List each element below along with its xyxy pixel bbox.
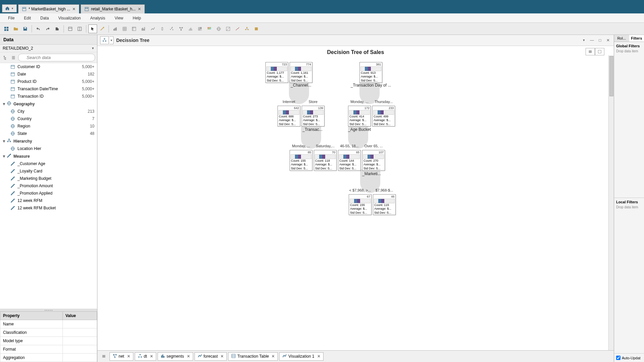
property-row[interactable]: Name	[0, 320, 97, 328]
data-item[interactable]: Region10	[0, 122, 97, 130]
vis-treemap-button[interactable]	[196, 24, 204, 33]
worksheet-tab[interactable]: net✕	[110, 352, 133, 361]
data-group[interactable]: ▼Hierarchy	[0, 137, 97, 145]
tree-node[interactable]: 172Count: 414Average: $...Std Dev: S...	[348, 106, 371, 126]
vis-corr-button[interactable]	[224, 24, 232, 33]
open-button[interactable]	[11, 24, 20, 33]
undo-button[interactable]	[34, 24, 43, 33]
data-item[interactable]: Date182	[0, 70, 97, 78]
local-filters-drop[interactable]: Drop data item	[616, 205, 642, 209]
pointer-button[interactable]	[88, 24, 97, 33]
tree-node[interactable]: 48Count: 115Average: $...Std Dev: S...	[373, 194, 396, 215]
worksheet-tab[interactable]: segments✕	[158, 352, 193, 361]
vis-network-button[interactable]	[177, 24, 185, 33]
redo-button[interactable]	[43, 24, 52, 33]
tree-node[interactable]: 85Count: 155Average: $...Std Dev: S...	[290, 150, 312, 171]
close-icon[interactable]: ✕	[138, 7, 141, 11]
tree-node[interactable]: 233Count: 499Average: $...Std Dev: S...	[372, 106, 395, 126]
window-tab[interactable]: retail_Marke tBasket_h...✕	[81, 4, 145, 13]
property-value[interactable]	[62, 337, 97, 345]
decision-tree[interactable]: 723Count: 1,177Average: $...Std Dev: S..…	[97, 59, 614, 267]
tree-node[interactable]: 723Count: 1,177Average: $...Std Dev: S..…	[265, 62, 288, 83]
vis-histogram-button[interactable]	[186, 24, 195, 33]
minimize-button[interactable]: —	[589, 37, 595, 43]
tree-node[interactable]: 67Count: 155Average: $...Std Dev: S...	[349, 194, 372, 215]
data-item[interactable]: Location Hier	[0, 145, 97, 152]
data-item[interactable]: _Marketing Budget	[0, 175, 97, 182]
data-list-button[interactable]	[10, 54, 17, 61]
data-source-selector[interactable]: RETAILDEMO_2 ▼	[0, 45, 97, 52]
data-tree-button[interactable]	[2, 54, 9, 61]
close-button[interactable]: ✕	[605, 37, 611, 43]
canvas-menu-button[interactable]: ▼	[581, 37, 587, 43]
property-value[interactable]	[62, 354, 97, 362]
data-item[interactable]: 12 week RFM Bucket	[0, 204, 97, 212]
vis-crosstab-button[interactable]	[130, 24, 138, 33]
tree-node[interactable]: 774Count: 1,161Average: $...Std Dev: S..…	[290, 62, 312, 83]
data-item[interactable]: Country7	[0, 115, 97, 122]
vis-scatter-button[interactable]	[167, 24, 176, 33]
data-item[interactable]: Transaction ID5,000+	[0, 93, 97, 100]
property-row[interactable]: Aggregation	[0, 354, 97, 362]
home-button[interactable]: ▼	[2, 4, 17, 12]
data-item[interactable]: 12 week RFM	[0, 197, 97, 204]
vis-type-button[interactable]	[100, 36, 109, 44]
save-button[interactable]	[21, 24, 30, 33]
menu-analysis[interactable]: Analysis	[86, 14, 110, 22]
property-row[interactable]: Model type	[0, 337, 97, 345]
vertical-splitter[interactable]: • • • • •	[0, 309, 97, 311]
window-tab[interactable]: * MarketBasket_high ...✕	[18, 4, 79, 13]
tree-node[interactable]: 642Count: 888Average: $...Std Dev: S...	[277, 106, 300, 126]
data-tree[interactable]: Customer ID5,000+Date182Product ID5,000+…	[0, 63, 97, 309]
layout1-button[interactable]	[66, 24, 75, 33]
vis-geo-button[interactable]	[214, 24, 223, 33]
close-icon[interactable]: ✕	[127, 354, 130, 359]
vis-bar-button[interactable]	[111, 24, 120, 33]
menu-visualization[interactable]: Visualization	[53, 14, 85, 22]
data-group[interactable]: ▼Measure	[0, 152, 97, 160]
worksheet-tab[interactable]: forecast✕	[195, 352, 227, 361]
tab-roles[interactable]: Rol...	[614, 35, 629, 42]
menu-view[interactable]: View	[110, 14, 128, 22]
property-value[interactable]	[62, 320, 97, 328]
close-icon[interactable]: ✕	[72, 7, 76, 11]
scrollbar-track[interactable]	[608, 55, 614, 350]
property-value[interactable]	[62, 345, 97, 354]
data-item[interactable]: State48	[0, 130, 97, 137]
menu-edit[interactable]: Edit	[19, 14, 36, 22]
data-item[interactable]: Product ID5,000+	[0, 78, 97, 85]
property-row[interactable]: Format	[0, 345, 97, 354]
data-item[interactable]: City213	[0, 108, 97, 115]
close-icon[interactable]: ✕	[150, 354, 153, 359]
export-button[interactable]	[53, 24, 61, 33]
property-row[interactable]: Classification	[0, 328, 97, 337]
menu-file[interactable]: File	[3, 14, 19, 22]
vis-tree-button[interactable]	[243, 24, 251, 33]
tree-node[interactable]: 139Count: 273Average: $...Std Dev: S...	[302, 106, 325, 126]
close-icon[interactable]: ✕	[317, 354, 320, 359]
tree-node[interactable]: 70Count: 118Average: $...Std Dev: S...	[314, 150, 337, 171]
tree-node[interactable]: 107Count: 270Average: $...Std Dev: S...	[362, 150, 385, 171]
view-list-button[interactable]	[586, 48, 595, 55]
data-item[interactable]: _Customer Age	[0, 160, 97, 167]
vis-reg-button[interactable]	[233, 24, 242, 33]
close-icon[interactable]: ✕	[271, 354, 275, 359]
worksheet-tab[interactable]: dt✕	[135, 352, 156, 361]
wand-button[interactable]	[98, 24, 106, 33]
tree-node[interactable]: 65Count: 144Average: $...Std Dev: S...	[338, 150, 361, 171]
menu-help[interactable]: Help	[128, 14, 146, 22]
close-icon[interactable]: ✕	[187, 354, 190, 359]
maximize-button[interactable]: □	[597, 37, 603, 43]
menu-data[interactable]: Data	[36, 14, 53, 22]
vis-heatmap-button[interactable]	[205, 24, 214, 33]
vis-type-dropdown[interactable]: ▼	[110, 36, 114, 44]
vis-bars2-button[interactable]	[139, 24, 148, 33]
data-group[interactable]: ▼Geography	[0, 100, 97, 108]
tab-menu-button[interactable]	[99, 352, 108, 361]
view-tree-button[interactable]	[595, 48, 604, 55]
data-item[interactable]: Transaction Date/Time5,000+	[0, 85, 97, 93]
data-item[interactable]: Customer ID5,000+	[0, 63, 97, 70]
vis-line-button[interactable]	[148, 24, 157, 33]
worksheet-tab[interactable]: Transaction Table✕	[228, 352, 278, 361]
worksheet-tab[interactable]: Visualization 1✕	[279, 352, 323, 361]
